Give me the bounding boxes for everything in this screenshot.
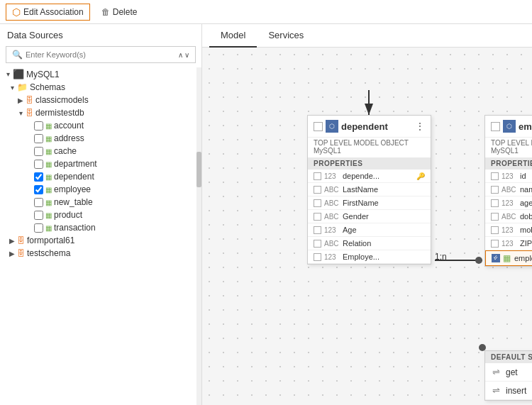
tree-item-address[interactable]: ▦ address — [0, 132, 201, 145]
transaction-checkbox[interactable] — [34, 223, 43, 233]
tree-item-dependent[interactable]: ▦ dependent — [0, 170, 201, 183]
tree-item-formportal61[interactable]: ▶ 🗄 formportal61 — [0, 234, 201, 247]
tabs: Model Services — [202, 24, 532, 48]
dep-prop-4-checkbox[interactable] — [314, 226, 321, 234]
employee-prop-2: 123 age — [485, 196, 532, 210]
employee-properties-header: PROPERTIES — [485, 157, 532, 170]
toolbar: ⬡ Edit Association 🗑 Delete — [0, 0, 532, 24]
dependent-card-title: dependent — [341, 121, 388, 132]
services-header: DEFAULT SERVICES — [485, 351, 532, 363]
cache-table-icon: ▦ — [45, 148, 52, 155]
tree-item-product[interactable]: ▦ product — [0, 209, 201, 221]
classicmodels-chevron[interactable]: ▶ — [16, 96, 26, 104]
sidebar-title: Data Sources — [0, 24, 201, 46]
edit-association-button[interactable]: ⬡ Edit Association — [6, 4, 90, 21]
testschema-chevron[interactable]: ▶ — [7, 250, 17, 257]
emp-prop-2-checkbox[interactable] — [491, 199, 499, 207]
dependent-checkbox[interactable] — [34, 172, 43, 182]
emp-prop-2-name: age — [520, 199, 532, 207]
tree-item-schemas[interactable]: ▾ 📁 Schemas — [0, 81, 201, 94]
employee-label: employee — [54, 184, 91, 194]
dependent-card-menu-icon[interactable]: ⋮ — [415, 121, 425, 132]
dep-prop-2-type: ABC — [324, 199, 340, 207]
schemas-chevron[interactable]: ▾ — [7, 84, 17, 91]
tab-model[interactable]: Model — [209, 24, 257, 48]
dependent-prop-2: ABC FirstName — [308, 196, 431, 210]
employee-card-checkbox[interactable] — [491, 122, 500, 131]
emp-prop-4-name: mobileNo — [520, 226, 532, 234]
address-table-icon: ▦ — [45, 135, 52, 143]
formportal61-chevron[interactable]: ▶ — [7, 237, 17, 245]
dep-prop-6-checkbox[interactable] — [314, 253, 321, 261]
svg-point-2 — [475, 257, 482, 264]
dep-prop-5-checkbox[interactable] — [314, 240, 321, 248]
sidebar: Data Sources 🔍 ∧ ∨ ▾ ⬛ MySQL1 ▾ 📁 Schema… — [0, 24, 202, 405]
employee-table-icon: ▦ — [45, 186, 52, 194]
tree-item-new-table[interactable]: ▦ new_table — [0, 196, 201, 209]
services-section: DEFAULT SERVICES ⇌ get ⇌ insert — [484, 350, 532, 401]
emp-prop-3-type: ABC — [501, 213, 517, 221]
edit-association-icon: ⬡ — [12, 6, 21, 18]
tree-item-testschema[interactable]: ▶ 🗄 testschema — [0, 247, 201, 260]
department-checkbox[interactable] — [34, 160, 43, 169]
tree-item-department[interactable]: ▦ department — [0, 157, 201, 170]
emp-prop-4-checkbox[interactable] — [491, 226, 499, 234]
emp-prop-1-name: name — [520, 185, 532, 194]
department-label: department — [54, 159, 97, 169]
emp-prop-5-type: 123 — [501, 240, 517, 248]
emp-prop-6-checkbox[interactable]: ✓ — [492, 254, 500, 262]
formportal61-label: formportal61 — [27, 235, 74, 245]
account-label: account — [54, 121, 84, 131]
canvas: ⬡ dependent ⋮ TOP LEVEL MODEL OBJECT MyS… — [202, 48, 532, 405]
tree-item-transaction[interactable]: ▦ transaction — [0, 221, 201, 234]
classicmodels-label: classicmodels — [35, 95, 89, 105]
emp-prop-3-checkbox[interactable] — [491, 213, 499, 221]
testschema-icon: 🗄 — [17, 249, 25, 257]
dep-prop-3-type: ABC — [324, 213, 340, 221]
sidebar-scrollbar-thumb[interactable] — [196, 152, 201, 187]
dependent-card-checkbox[interactable] — [314, 122, 323, 131]
new-table-checkbox[interactable] — [34, 198, 43, 207]
dep-prop-6-name: Employe... — [343, 253, 425, 261]
dep-prop-5-type: ABC — [324, 240, 340, 248]
account-checkbox[interactable] — [34, 121, 43, 131]
dep-prop-0-checkbox[interactable] — [314, 172, 321, 180]
dep-prop-1-checkbox[interactable] — [314, 186, 321, 194]
service-item-insert[interactable]: ⇌ insert — [485, 382, 532, 400]
search-down-icon[interactable]: ∨ — [184, 51, 189, 59]
dependent-properties-header: PROPERTIES — [308, 157, 431, 170]
employee-card: ⬡ employee ⋮ TOP LEVEL MODEL OBJECT MySQ… — [484, 115, 532, 267]
search-up-icon[interactable]: ∧ — [178, 51, 183, 59]
dep-prop-2-checkbox[interactable] — [314, 199, 321, 207]
product-label: product — [54, 210, 82, 220]
search-input[interactable] — [26, 50, 178, 59]
sidebar-scrollbar[interactable] — [196, 67, 201, 405]
emp-prop-1-checkbox[interactable] — [491, 186, 499, 194]
product-checkbox[interactable] — [34, 211, 43, 220]
dep-prop-0-type: 123 — [324, 172, 340, 180]
tab-services[interactable]: Services — [257, 24, 315, 48]
address-checkbox[interactable] — [34, 134, 43, 143]
tree-item-classicmodels[interactable]: ▶ 🗄 classicmodels — [0, 94, 201, 106]
dermistestdb-icon: 🗄 — [26, 109, 33, 117]
db-icon: ⬛ — [13, 69, 24, 79]
dep-prop-3-checkbox[interactable] — [314, 213, 321, 221]
chevron-icon[interactable]: ▾ — [3, 70, 13, 78]
employee-checkbox[interactable] — [34, 185, 43, 194]
tree-item-account[interactable]: ▦ account — [0, 119, 201, 132]
tree-item-dermistestdb[interactable]: ▾ 🗄 dermistestdb — [0, 106, 201, 119]
emp-prop-6-img-icon: ▦ — [503, 253, 511, 263]
address-label: address — [54, 133, 84, 143]
transaction-label: transaction — [54, 223, 96, 233]
tree-item-employee[interactable]: ▦ employee — [0, 183, 201, 196]
tree-item-cache[interactable]: ▦ cache — [0, 145, 201, 157]
emp-prop-5-checkbox[interactable] — [491, 240, 499, 248]
emp-prop-0-checkbox[interactable] — [491, 172, 499, 180]
tree-item-mysql1[interactable]: ▾ ⬛ MySQL1 — [0, 67, 201, 81]
cache-checkbox[interactable] — [34, 147, 43, 156]
delete-button[interactable]: 🗑 Delete — [96, 5, 143, 19]
service-item-get[interactable]: ⇌ get — [485, 363, 532, 382]
dermistestdb-chevron[interactable]: ▾ — [16, 109, 26, 117]
cache-label: cache — [54, 146, 77, 156]
delete-icon: 🗑 — [101, 7, 110, 17]
